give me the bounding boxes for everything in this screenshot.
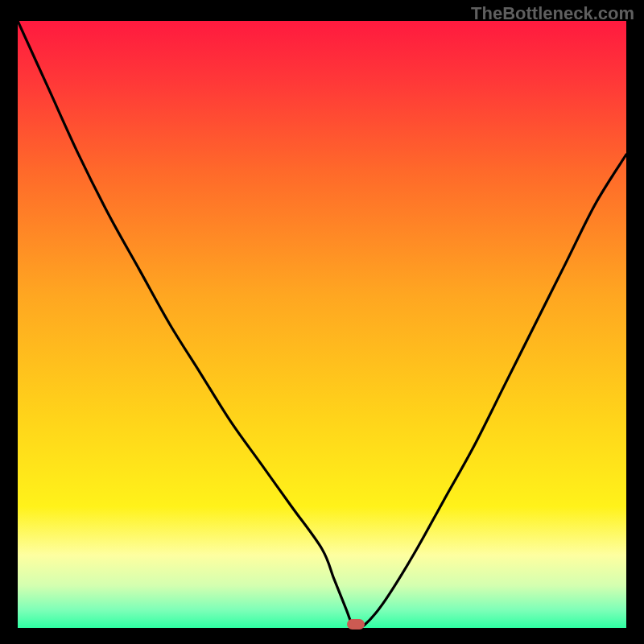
watermark-label: TheBottleneck.com	[471, 3, 634, 24]
plot-area	[18, 21, 626, 628]
chart-container: TheBottleneck.com	[0, 0, 644, 644]
chart-svg	[18, 21, 626, 628]
bottleneck-marker	[347, 619, 365, 630]
